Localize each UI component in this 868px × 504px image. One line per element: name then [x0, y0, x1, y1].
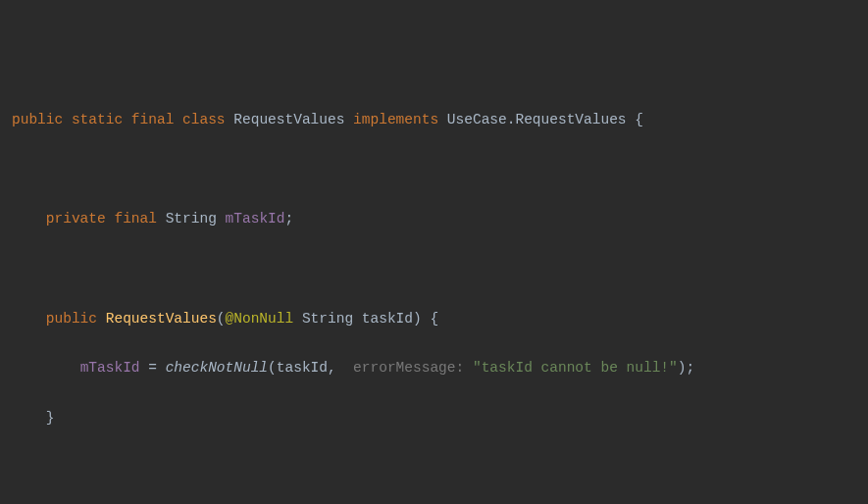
code-line-blank[interactable]	[12, 456, 868, 480]
field-token: mTaskId	[226, 211, 285, 227]
code-line[interactable]: public static final class RequestValues …	[12, 108, 868, 132]
code-line[interactable]: public RequestValues(@NonNull String tas…	[12, 307, 868, 331]
type-token: String	[166, 211, 217, 227]
keyword-token: static	[72, 112, 123, 127]
type-token: String	[302, 311, 353, 327]
param-token: taskId	[362, 311, 413, 327]
semicolon-token: ;	[285, 211, 294, 227]
comma-token: ,	[328, 360, 344, 376]
method-call-token: checkNotNull	[166, 360, 268, 376]
arg-token: taskId	[277, 360, 328, 376]
keyword-token: public	[12, 112, 63, 127]
brace-token: {	[422, 311, 438, 327]
code-line[interactable]: private final String mTaskId;	[12, 207, 868, 231]
field-token: mTaskId	[80, 360, 140, 376]
keyword-token: implements	[353, 112, 438, 127]
code-line[interactable]: mTaskId = checkNotNull(taskId, errorMess…	[12, 356, 868, 380]
brace-token: }	[46, 410, 55, 426]
code-line-blank[interactable]	[12, 257, 868, 281]
type-token: UseCase.RequestValues	[447, 112, 627, 127]
operator-token: =	[140, 360, 166, 376]
semicolon-token: ;	[686, 360, 694, 376]
keyword-token: final	[131, 112, 175, 127]
class-name-token: RequestValues	[233, 112, 344, 127]
string-token: "taskId cannot be null!"	[473, 360, 678, 376]
constructor-token: RequestValues	[106, 311, 217, 327]
paren-token: )	[413, 311, 422, 327]
paren-token: (	[217, 311, 226, 327]
keyword-token: private	[46, 211, 106, 227]
code-line[interactable]: }	[12, 406, 868, 430]
keyword-token: final	[114, 211, 157, 227]
keyword-token: public	[46, 311, 97, 327]
annotation-token: @NonNull	[226, 311, 294, 327]
code-line-blank[interactable]	[12, 157, 868, 181]
brace-token: {	[627, 112, 643, 127]
paren-token: (	[268, 360, 277, 376]
parameter-hint: errorMessage:	[353, 360, 473, 376]
keyword-token: class	[182, 112, 226, 127]
